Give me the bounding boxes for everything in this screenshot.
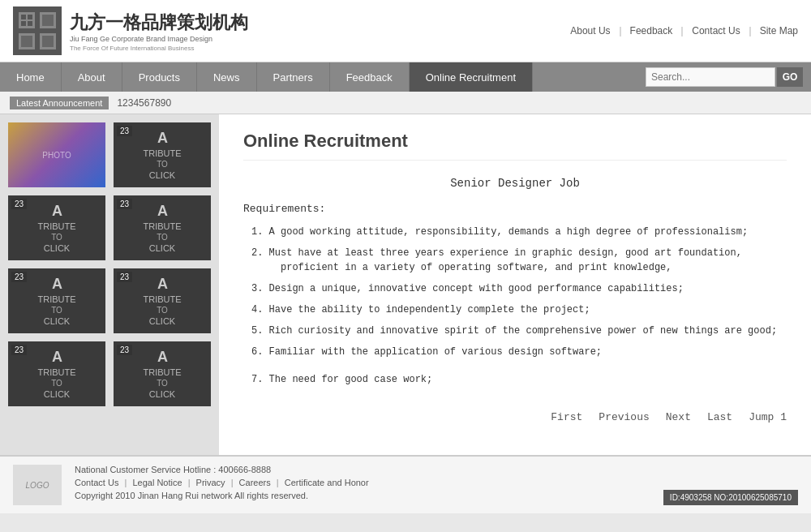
nav-home[interactable]: Home xyxy=(0,62,62,92)
thumbnail-6[interactable]: 23 A TRIBUTE TO CLICK xyxy=(114,268,211,333)
thumb-badge-4: 23 xyxy=(117,199,132,209)
navbar: Home About Products News Partners Feedba… xyxy=(0,62,811,92)
nav-online-recruitment[interactable]: Online Recruitment xyxy=(410,62,533,92)
sidebar-row-4: 23 A TRIBUTE TO CLICK 23 A TRIBUTE TO CL… xyxy=(8,341,211,406)
sidebar-row-1: PHOTO 23 A TRIBUTE TO CLICK xyxy=(8,122,211,187)
footer-link-contact[interactable]: Contact Us xyxy=(75,478,118,487)
page-jump[interactable]: Jump 1 xyxy=(749,411,787,423)
logo-area: 九方一格品牌策划机构 Jiu Fang Ge Corporate Brand I… xyxy=(13,6,248,55)
search-button[interactable]: GO xyxy=(777,67,803,87)
top-links: About Us ｜ Feedback ｜ Contact Us ｜ Site … xyxy=(570,24,798,38)
thumb-badge-7: 23 xyxy=(11,345,27,355)
logo-chinese: 九方一格品牌策划机构 xyxy=(70,11,248,35)
nav-products[interactable]: Products xyxy=(122,62,197,92)
page-previous[interactable]: Previous xyxy=(599,411,649,423)
thumb-badge-5: 23 xyxy=(11,272,27,282)
watermark: ID:4903258 NO:20100625085710 xyxy=(663,490,798,505)
thumbnail-7[interactable]: 23 A TRIBUTE TO CLICK xyxy=(8,341,105,406)
req-item-5: 5. Rich curiosity and innovative spirit … xyxy=(243,324,787,338)
page-last[interactable]: Last xyxy=(707,411,732,423)
job-title: Senior Designer Job xyxy=(243,177,787,190)
footer-link-certificate[interactable]: Certificate and Honor xyxy=(285,478,369,487)
hotline-number: 400666-8888 xyxy=(218,465,271,474)
page-next[interactable]: Next xyxy=(666,411,691,423)
thumb-badge-3: 23 xyxy=(11,199,27,209)
announcement-bar: Latest Announcement 1234567890 xyxy=(0,92,811,114)
top-link-contact-us[interactable]: Contact Us xyxy=(692,25,740,36)
announcement-text: 1234567890 xyxy=(117,97,171,109)
logo-text: 九方一格品牌策划机构 Jiu Fang Ge Corporate Brand I… xyxy=(70,11,248,52)
svg-rect-4 xyxy=(21,15,26,19)
nav-partners[interactable]: Partners xyxy=(257,62,330,92)
footer-link-legal[interactable]: Legal Notice xyxy=(132,478,182,487)
main-content: PHOTO 23 A TRIBUTE TO CLICK 23 A TRIBUTE xyxy=(0,114,811,455)
search-input[interactable] xyxy=(646,67,775,87)
page-title: Online Recruitment xyxy=(243,131,787,161)
sidebar: PHOTO 23 A TRIBUTE TO CLICK 23 A TRIBUTE xyxy=(0,114,219,455)
page-first[interactable]: First xyxy=(551,411,582,423)
thumbnail-3[interactable]: 23 A TRIBUTE TO CLICK xyxy=(8,195,105,260)
footer-link-careers[interactable]: Careers xyxy=(239,478,271,487)
announcement-label: Latest Announcement xyxy=(10,97,109,109)
hotline-label: National Customer Service Hotline : xyxy=(75,465,216,474)
svg-rect-9 xyxy=(21,36,32,47)
req-item-7: 7. The need for good case work; xyxy=(243,372,787,387)
sidebar-row-2: 23 A TRIBUTE TO CLICK 23 A TRIBUTE TO CL… xyxy=(8,195,211,260)
footer-link-privacy[interactable]: Privacy xyxy=(196,478,225,487)
svg-rect-6 xyxy=(21,21,26,26)
top-link-site-map[interactable]: Site Map xyxy=(760,25,798,36)
pagination: First Previous Next Last Jump 1 xyxy=(243,403,787,423)
logo-english: Jiu Fang Ge Corporate Brand Image Design xyxy=(70,35,248,43)
footer: LOGO National Customer Service Hotline :… xyxy=(0,455,811,513)
footer-nav-links: Contact Us | Legal Notice | Privacy | Ca… xyxy=(75,478,369,487)
footer-copyright: Copyright 2010 Jinan Hang Rui network Al… xyxy=(75,491,369,500)
nav-feedback[interactable]: Feedback xyxy=(330,62,410,92)
thumb-badge-2: 23 xyxy=(117,126,132,136)
req-item-3: 3. Design a unique, innovative concept w… xyxy=(243,281,787,296)
thumbnail-1[interactable]: PHOTO xyxy=(8,122,105,187)
thumbnail-2[interactable]: 23 A TRIBUTE TO CLICK xyxy=(114,122,211,187)
svg-rect-7 xyxy=(28,21,32,26)
footer-hotline: National Customer Service Hotline : 4006… xyxy=(75,465,369,474)
content-area: Online Recruitment Senior Designer Job R… xyxy=(219,114,811,455)
thumb-badge-8: 23 xyxy=(117,345,132,355)
footer-logo: LOGO xyxy=(13,465,62,505)
req-item-6: 6. Familiar with the application of vari… xyxy=(243,345,787,359)
svg-rect-5 xyxy=(28,15,32,19)
logo-icon xyxy=(13,6,62,55)
thumb-badge-6: 23 xyxy=(117,272,132,282)
req-item-2: 2. Must have at least three years experi… xyxy=(243,246,787,275)
thumbnail-4[interactable]: 23 A TRIBUTE TO CLICK xyxy=(114,195,211,260)
thumbnail-8[interactable]: 23 A TRIBUTE TO CLICK xyxy=(114,341,211,406)
thumbnail-5[interactable]: 23 A TRIBUTE TO CLICK xyxy=(8,268,105,333)
search-area: GO xyxy=(637,62,811,92)
top-link-about-us[interactable]: About Us xyxy=(570,25,610,36)
nav-about[interactable]: About xyxy=(62,62,122,92)
req-item-4: 4. Have the ability to independently com… xyxy=(243,302,787,317)
top-link-feedback[interactable]: Feedback xyxy=(630,25,673,36)
svg-rect-10 xyxy=(42,36,54,47)
nav-news[interactable]: News xyxy=(197,62,257,92)
header: 九方一格品牌策划机构 Jiu Fang Ge Corporate Brand I… xyxy=(0,0,811,62)
requirements-label: Requirements: xyxy=(243,203,787,215)
logo-slogan: The Force Of Future International Busine… xyxy=(70,45,248,52)
footer-links: National Customer Service Hotline : 4006… xyxy=(75,465,369,500)
sidebar-row-3: 23 A TRIBUTE TO CLICK 23 A TRIBUTE TO CL… xyxy=(8,268,211,333)
req-item-1: 1. A good working attitude, responsibili… xyxy=(243,225,787,239)
svg-rect-8 xyxy=(42,15,54,26)
